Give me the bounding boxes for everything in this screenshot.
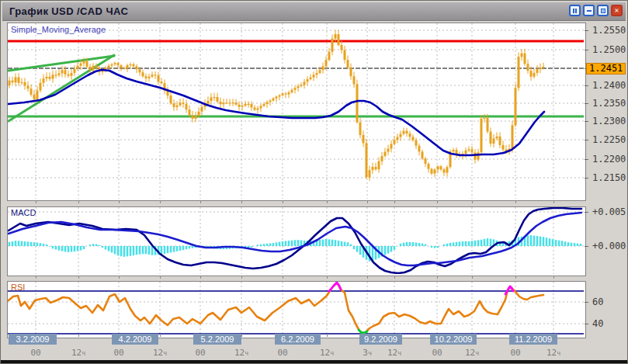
axis-tick <box>160 334 161 337</box>
maximize-icon <box>601 9 605 13</box>
axis-tick <box>585 121 588 122</box>
axis-label: 1.2200 <box>592 154 626 165</box>
minimize-icon <box>587 10 592 12</box>
axis-tick <box>585 246 588 247</box>
date-label: 5.2.2009 <box>193 334 241 345</box>
time-label: 00 <box>432 348 442 358</box>
axis-tick <box>437 200 438 203</box>
macd-chart[interactable] <box>8 207 584 274</box>
axis-tick <box>241 200 242 203</box>
time-label: 12ч <box>234 348 248 358</box>
axis-tick <box>119 200 120 203</box>
axis-tick <box>119 276 120 279</box>
axis-tick <box>394 276 395 279</box>
axis-label: 1.2500 <box>592 44 626 55</box>
axis-tick <box>472 200 473 203</box>
time-label: 00 <box>113 348 123 358</box>
axis-tick <box>585 103 588 104</box>
pause-button[interactable] <box>569 5 581 16</box>
close-button[interactable]: ✕ <box>611 5 623 16</box>
time-label: 12ч <box>546 348 560 358</box>
time-label: 12ч <box>387 348 401 358</box>
axis-tick <box>327 276 328 279</box>
axis-tick <box>36 200 36 203</box>
pause-icon <box>573 9 577 13</box>
axis-label: 40 <box>592 318 603 329</box>
axis-tick <box>515 276 516 279</box>
time-label: 12ч <box>465 348 479 358</box>
axis-tick <box>585 50 588 50</box>
window-title: График USD /CAD ЧАС <box>2 5 128 17</box>
axis-tick <box>241 276 242 279</box>
date-label: 9.2.2009 <box>359 334 402 345</box>
axis-tick <box>327 200 328 203</box>
rsi-indicator-label: RSI <box>11 283 25 292</box>
time-label: 00 <box>277 348 287 358</box>
axis-tick <box>367 200 368 203</box>
axis-tick <box>327 334 328 337</box>
axis-tick <box>515 200 516 203</box>
axis-tick <box>553 276 554 279</box>
time-label: 00 <box>195 348 205 358</box>
axis-label: 1.2300 <box>592 116 626 127</box>
date-label: 6.2.2009 <box>275 334 321 345</box>
axis-tick <box>472 276 473 279</box>
axis-label: +0.005 <box>592 206 626 217</box>
time-label: 12ч <box>153 348 167 358</box>
time-label: 00 <box>30 348 40 358</box>
axis-tick <box>160 276 161 279</box>
axis-tick <box>585 178 588 179</box>
axis-label: 1.2400 <box>592 80 626 91</box>
title-bar[interactable]: График USD /CAD ЧАС ✕ <box>2 2 626 21</box>
maximize-button[interactable] <box>597 5 609 16</box>
price-chart[interactable] <box>8 23 584 199</box>
date-label: 10.2.2009 <box>430 334 477 345</box>
axis-tick <box>241 334 242 337</box>
close-icon: ✕ <box>615 7 619 14</box>
axis-tick <box>585 324 588 324</box>
axis-tick <box>78 334 79 337</box>
axis-label: 1.2250 <box>592 134 626 145</box>
axis-tick <box>553 200 554 203</box>
macd-indicator-label: MACD <box>11 208 36 217</box>
time-label: 3ч <box>363 348 371 358</box>
axis-tick <box>585 159 588 160</box>
axis-tick <box>585 85 588 86</box>
axis-tick <box>585 302 588 303</box>
axis-tick <box>78 200 79 203</box>
axis-tick <box>283 200 283 203</box>
window-buttons: ✕ <box>569 5 623 16</box>
axis-tick <box>160 200 161 203</box>
price-indicator-label: Simple_Moving_Average <box>11 25 106 34</box>
axis-label: 60 <box>592 296 603 307</box>
time-label: 12ч <box>71 348 85 358</box>
axis-tick <box>367 276 368 279</box>
rsi-chart[interactable] <box>8 282 584 336</box>
axis-tick <box>585 140 588 140</box>
axis-tick <box>200 276 201 279</box>
axis-label: 1.2150 <box>592 172 626 183</box>
axis-tick <box>283 276 283 279</box>
date-label: 3.2.2009 <box>9 334 57 345</box>
axis-tick <box>585 212 588 213</box>
axis-tick <box>36 276 36 279</box>
date-label: 11.2.2009 <box>509 334 557 345</box>
axis-tick <box>394 200 395 203</box>
current-price-tag: 1.2451 <box>586 63 626 75</box>
chart-window: График USD /CAD ЧАС ✕ Simple_Moving_Aver… <box>0 0 628 364</box>
axis-label: +0.000 <box>592 241 626 251</box>
axis-tick <box>437 276 438 279</box>
time-label: 00 <box>510 348 520 358</box>
axis-label: 1.2350 <box>592 98 626 109</box>
axis-tick <box>200 200 201 203</box>
axis-tick <box>585 30 588 31</box>
axis-label: 1.2550 <box>592 25 626 36</box>
axis-tick <box>78 276 79 279</box>
date-label: 4.2.2009 <box>112 334 158 345</box>
time-label: 12ч <box>320 348 334 358</box>
minimize-button[interactable] <box>583 5 595 16</box>
